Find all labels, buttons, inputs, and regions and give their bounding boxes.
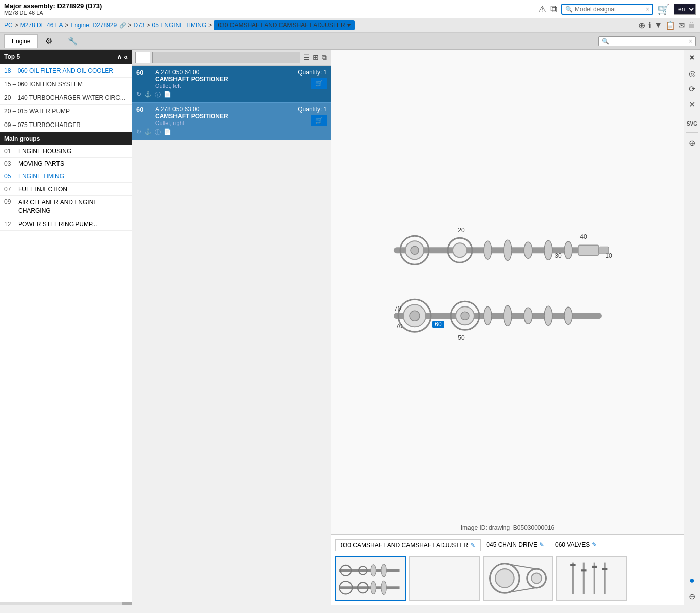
tab-search-box[interactable]: 🔍 × xyxy=(598,36,696,46)
doc-icon-2[interactable]: 📄 xyxy=(164,128,171,137)
bookmark-tool[interactable]: 📋 xyxy=(665,21,675,30)
part-code-2: A 278 050 63 00 xyxy=(155,106,294,113)
info-tool[interactable]: ℹ xyxy=(648,21,651,30)
breadcrumb-pc[interactable]: PC xyxy=(4,22,13,29)
thumb-060[interactable] xyxy=(556,556,627,601)
breadcrumb-tools: ⊕ ℹ ▼ 📋 ✉ 🗑 xyxy=(638,21,696,30)
search-icon-header: 🔍 xyxy=(565,6,573,13)
groups-scroll[interactable]: 01 ENGINE HOUSING 03 MOVING PARTS 05 ENG… xyxy=(0,145,132,602)
model-subtitle: M278 DE 46 LA xyxy=(4,10,102,16)
breadcrumb-d73[interactable]: D73 xyxy=(134,22,145,29)
svg-point-43 xyxy=(371,581,376,594)
right-toolbar: × ◎ ⟳ ✕ SVG ⊕ ● ⊖ xyxy=(684,50,700,605)
close-btn[interactable]: × xyxy=(688,52,696,64)
refresh-icon-1[interactable]: ↻ xyxy=(136,91,141,99)
left-scrollbar[interactable] xyxy=(0,602,132,605)
refresh-icon-2[interactable]: ↻ xyxy=(136,128,141,137)
top5-expand-btn[interactable]: « xyxy=(124,53,128,61)
copy-icon[interactable]: ⧉ xyxy=(550,3,557,15)
svg-text:50: 50 xyxy=(458,334,465,341)
tab-search-clear[interactable]: × xyxy=(689,38,692,45)
list-view-icons: ☰ ⊞ ⧉ xyxy=(302,52,328,63)
link-icon-2[interactable]: ⚓ xyxy=(144,128,152,137)
thumb-045[interactable] xyxy=(483,556,553,601)
sub-tab-edit-060[interactable]: ✎ xyxy=(592,541,597,548)
top5-title: Top 5 xyxy=(4,53,20,60)
svg-point-5 xyxy=(453,243,467,257)
rt-zoom-out[interactable]: ⊖ xyxy=(687,590,697,603)
svg-point-29 xyxy=(484,306,492,325)
part-pos-2: 60 xyxy=(136,106,151,113)
sub-tab-edit-045[interactable]: ✎ xyxy=(539,541,544,548)
image-caption: Image ID: drawing_B05030000016 xyxy=(331,521,684,534)
link-icon-1[interactable]: ⚓ xyxy=(144,91,152,99)
sub-tab-030[interactable]: 030 CAMSHAFT AND CAMSHAFT ADJUSTER ✎ xyxy=(335,539,481,551)
svg-point-3 xyxy=(411,246,419,254)
thumb-030[interactable] xyxy=(335,556,406,601)
target-btn[interactable]: ◎ xyxy=(687,67,697,80)
svg-text:30: 30 xyxy=(555,252,562,259)
top5-controls: ∧ « xyxy=(116,53,128,61)
top5-item-3[interactable]: 20 – 140 TURBOCHARGER WATER CIRC... xyxy=(0,91,132,105)
info-icon-1[interactable]: ⓘ xyxy=(155,91,161,99)
email-tool[interactable]: ✉ xyxy=(678,21,685,30)
breadcrumb-current[interactable]: 030 CAMSHAFT AND CAMSHAFT ADJUSTER ▾ xyxy=(214,20,354,30)
part-list-header: ☰ ⊞ ⧉ xyxy=(132,50,331,66)
sub-tab-045[interactable]: 045 CHAIN DRIVE ✎ xyxy=(481,539,550,551)
group-item-12[interactable]: 12 POWER STEERING PUMP... xyxy=(0,218,132,231)
part-item-2-top: 60 A 278 050 63 00 CAMSHAFT POSITIONER O… xyxy=(136,106,327,126)
top5-header: Top 5 ∧ « xyxy=(0,50,132,64)
svg-text:40: 40 xyxy=(580,233,587,240)
doc-icon-1[interactable]: 📄 xyxy=(164,91,171,99)
info-icon-2[interactable]: ⓘ xyxy=(155,128,161,137)
warning-icon[interactable]: ⚠ xyxy=(538,4,546,15)
group-item-09[interactable]: 09 AIR CLEANER AND ENGINE CHARGING xyxy=(0,196,132,218)
top5-item-1[interactable]: 18 – 060 OIL FILTER AND OIL COOLER xyxy=(0,64,132,78)
copy-view-btn[interactable]: ⧉ xyxy=(321,52,328,63)
part-info-2: A 278 050 63 00 CAMSHAFT POSITIONER Outl… xyxy=(155,106,294,126)
tab-icon2[interactable]: 🔧 xyxy=(60,33,85,49)
top5-item-4[interactable]: 20 – 015 WATER PUMP xyxy=(0,105,132,118)
part-item-1[interactable]: 60 A 278 050 64 00 CAMSHAFT POSITIONER O… xyxy=(132,66,331,103)
tab-search-input[interactable] xyxy=(611,38,687,45)
part-actions-2: ↻ ⚓ ⓘ 📄 xyxy=(136,128,327,137)
svg-label[interactable]: SVG xyxy=(685,119,699,128)
list-view-btn[interactable]: ☰ xyxy=(302,52,311,63)
thumb-030-2[interactable] xyxy=(409,556,480,601)
svg-point-48 xyxy=(531,573,542,584)
rt-blue-dot[interactable]: ● xyxy=(688,574,696,587)
add-to-cart-btn-1[interactable]: 🛒 xyxy=(311,78,327,89)
trash-tool[interactable]: 🗑 xyxy=(688,21,696,30)
history-btn[interactable]: ⟳ xyxy=(687,83,697,95)
rt-zoom-in[interactable]: ⊕ xyxy=(687,137,697,149)
cross-btn[interactable]: ✕ xyxy=(687,98,697,111)
group-item-07[interactable]: 07 FUEL INJECTION xyxy=(0,183,132,196)
clear-search-icon[interactable]: × xyxy=(646,6,649,13)
filter-tool[interactable]: ▼ xyxy=(654,21,662,30)
header-search[interactable]: 🔍 × xyxy=(561,4,653,15)
svg-point-38 xyxy=(371,565,376,576)
grid-view-btn[interactable]: ⊞ xyxy=(312,52,320,63)
breadcrumb-engine[interactable]: Engine: D278929 🔗 xyxy=(70,22,126,29)
group-item-01[interactable]: 01 ENGINE HOUSING xyxy=(0,145,132,158)
sub-tab-060[interactable]: 060 VALVES ✎ xyxy=(550,539,602,551)
add-to-cart-btn-2[interactable]: 🛒 xyxy=(311,115,327,126)
part-qty-1: Quantity: 1 🛒 xyxy=(298,69,327,89)
breadcrumb-model[interactable]: M278 DE 46 LA xyxy=(20,22,63,29)
group-item-03[interactable]: 03 MOVING PARTS xyxy=(0,158,132,170)
top5-item-5[interactable]: 09 – 075 TURBOCHARGER xyxy=(0,118,132,132)
svg-point-33 xyxy=(564,307,572,324)
group-item-05[interactable]: 05 ENGINE TIMING xyxy=(0,170,132,183)
top5-collapse-btn[interactable]: ∧ xyxy=(116,53,122,61)
top5-item-2[interactable]: 15 – 060 IGNITION SYSTEM xyxy=(0,78,132,91)
header-search-input[interactable] xyxy=(575,6,646,13)
image-panel: 20 40 30 10 70 60 70 xyxy=(331,50,684,605)
cart-icon[interactable]: 🛒 xyxy=(657,3,670,15)
sub-tab-edit-030[interactable]: ✎ xyxy=(470,542,475,549)
breadcrumb-engine-timing[interactable]: 05 ENGINE TIMING xyxy=(152,22,207,29)
tab-engine[interactable]: Engine xyxy=(4,34,38,48)
zoom-tool[interactable]: ⊕ xyxy=(638,21,645,30)
tab-icon1[interactable]: ⚙ xyxy=(38,33,60,49)
part-item-2[interactable]: 60 A 278 050 63 00 CAMSHAFT POSITIONER O… xyxy=(132,103,331,140)
language-select[interactable]: en de fr xyxy=(674,4,696,15)
